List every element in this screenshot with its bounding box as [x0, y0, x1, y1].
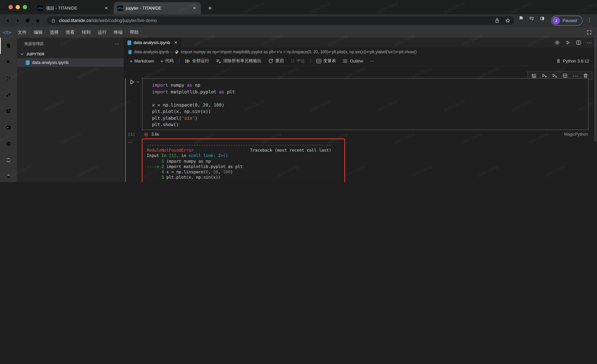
- run-below-icon[interactable]: [552, 73, 558, 78]
- home-icon[interactable]: [33, 16, 43, 26]
- kernel-picker[interactable]: Python 3.8.12: [556, 58, 589, 63]
- menu-选择[interactable]: 选择: [46, 30, 62, 35]
- close-tab-icon[interactable]: ✕: [103, 6, 109, 11]
- breadcrumb-file: data-analysis.ipynb: [134, 50, 169, 54]
- output-collapse-icon[interactable]: ⋯: [128, 140, 133, 145]
- kernel-server-icon: [556, 59, 561, 63]
- cell-focus-indicator: [125, 78, 126, 182]
- traceback: ----------------------------------------…: [147, 142, 340, 182]
- interrupt-button[interactable]: 中止: [288, 57, 307, 65]
- run-notebook-icon[interactable]: [565, 40, 571, 46]
- run-above-icon[interactable]: [542, 73, 547, 78]
- explorer-icon[interactable]: [0, 38, 17, 54]
- editor-more-actions-icon[interactable]: ⋯: [586, 39, 592, 46]
- browser-menu-icon[interactable]: ⋮: [587, 17, 592, 23]
- close-editor-tab-icon[interactable]: ✕: [174, 40, 178, 45]
- browser-tab-title: jupyter - TITANIDE: [126, 6, 189, 11]
- titanide-favicon: <t>: [117, 5, 123, 11]
- media-playlist-icon[interactable]: [529, 16, 534, 21]
- menu-帮助[interactable]: 帮助: [126, 30, 142, 35]
- editor-tab-notebook[interactable]: data-analysis.ipynb ✕: [124, 38, 181, 47]
- cell-code-editor[interactable]: import numpy as npimport matplotlib.pypl…: [142, 78, 589, 130]
- side-panel-icon[interactable]: [539, 16, 545, 21]
- editor-scrollbar-thumb[interactable]: [594, 38, 597, 141]
- close-tab-icon[interactable]: ✕: [192, 6, 197, 11]
- execute-cells-icon[interactable]: [531, 73, 537, 78]
- search-icon[interactable]: [0, 54, 17, 70]
- sidebar-section-jupyter[interactable]: JUPYTER: [17, 50, 124, 58]
- editor-tabbar: data-analysis.ipynb ✕ ⋯: [124, 38, 597, 47]
- delete-cell-icon[interactable]: [583, 73, 589, 78]
- restart-button[interactable]: 重启: [265, 57, 286, 65]
- forward-icon[interactable]: [13, 16, 23, 26]
- code-line: plt.plot(x, np.sin(x)): [152, 108, 588, 115]
- zoom-window-button[interactable]: [23, 5, 27, 9]
- notebook-file-icon: [128, 50, 132, 54]
- fullscreen-icon[interactable]: [586, 30, 592, 35]
- code-line: import matplotlib.pyplot as plt: [152, 89, 588, 95]
- toolbar-more-button[interactable]: ⋯: [367, 57, 377, 65]
- back-icon[interactable]: [3, 16, 13, 26]
- new-tab-button[interactable]: +: [205, 4, 215, 13]
- layers-stack-icon[interactable]: [0, 168, 17, 182]
- cell-language-mode[interactable]: MagicPython: [564, 132, 588, 136]
- menu-文件[interactable]: 文件: [14, 30, 30, 35]
- split-editor-icon[interactable]: [576, 40, 581, 46]
- code-line: 5 plt.plot(x, np.sin(x)): [147, 175, 340, 180]
- execution-count: [1]: [128, 132, 135, 137]
- browser-profile-button[interactable]: J Paused: [551, 16, 582, 26]
- variables-button[interactable]: 变量表: [314, 57, 338, 65]
- remote-branch-icon[interactable]: [0, 136, 17, 152]
- address-bar[interactable]: cloud.titanide.cn/ide/web/coding/jupyter…: [47, 16, 514, 25]
- add-markdown-button[interactable]: +Markdown: [127, 57, 157, 65]
- menu-查看[interactable]: 查看: [62, 30, 78, 35]
- menu-编辑[interactable]: 编辑: [30, 30, 46, 35]
- browser-tab-title: 项目 - TITANIDE: [46, 5, 101, 11]
- run-cell-dropdown-icon[interactable]: [136, 80, 140, 84]
- notebook-settings-gear-icon[interactable]: [554, 40, 560, 46]
- outline-button[interactable]: Outline: [340, 57, 366, 65]
- sidebar-more-icon[interactable]: ⋯: [115, 41, 119, 46]
- notebook-toolbar: +Markdown +代码 全部运行 清除所有单元格输出 重启 中止 变量表 O…: [124, 56, 597, 66]
- browser-toolbar: cloud.titanide.cn/ide/web/coding/jupyter…: [0, 14, 597, 27]
- url-path: /ide/web/coding/jupyter/live-demo: [91, 18, 157, 23]
- menu-终端[interactable]: 终端: [110, 30, 126, 35]
- extensions-puzzle-icon[interactable]: [518, 16, 524, 21]
- notebook-body: ⋯ import numpy as npimport matplotlib.py…: [124, 66, 597, 182]
- split-cell-icon[interactable]: [562, 73, 568, 78]
- share-icon[interactable]: [494, 18, 500, 23]
- run-all-button[interactable]: 全部运行: [182, 57, 212, 65]
- preview-window-icon[interactable]: [0, 119, 17, 136]
- file-item-notebook[interactable]: data-analysis.ipynb: [17, 58, 124, 67]
- add-code-button[interactable]: +代码: [158, 57, 176, 65]
- cell-status-row: [1] 3.6s MagicPython: [124, 132, 597, 139]
- extensions-icon[interactable]: [0, 103, 17, 119]
- reload-icon[interactable]: [23, 16, 33, 26]
- breadcrumb[interactable]: data-analysis.ipynb › import numpy as np…: [124, 47, 597, 56]
- code-line: ModuleNotFoundError Traceback (most rece…: [147, 148, 340, 153]
- browser-tab-jupyter[interactable]: <t> jupyter - TITANIDE ✕: [114, 2, 201, 14]
- lock-icon: [50, 18, 56, 23]
- database-icon[interactable]: [0, 152, 17, 168]
- run-cell-icon[interactable]: [129, 79, 135, 85]
- close-window-button[interactable]: [8, 5, 13, 9]
- cell-error-icon: [144, 132, 149, 137]
- minimize-window-button[interactable]: [16, 5, 20, 9]
- browser-tab-project[interactable]: <t> 项目 - TITANIDE ✕: [34, 2, 113, 14]
- ide-logo: <t>: [0, 30, 14, 35]
- window-controls[interactable]: [8, 5, 27, 9]
- code-line: ----------------------------------------…: [147, 142, 340, 148]
- menu-运行[interactable]: 运行: [94, 30, 110, 35]
- source-control-icon[interactable]: [0, 70, 17, 87]
- screen: <t> 项目 - TITANIDE ✕ <t> jupyter - TITANI…: [0, 0, 597, 182]
- code-line: plt.ylabel('sin'): [152, 115, 588, 121]
- browser-tabstrip: <t> 项目 - TITANIDE ✕ <t> jupyter - TITANI…: [0, 0, 597, 14]
- menu-转到[interactable]: 转到: [78, 30, 94, 35]
- run-debug-icon[interactable]: [0, 87, 17, 103]
- bookmark-star-icon[interactable]: [505, 18, 511, 23]
- titanide-favicon: <t>: [37, 5, 43, 11]
- code-line: x = np.linspace(0, 20, 100): [152, 102, 588, 108]
- code-line: [152, 95, 588, 102]
- clear-outputs-button[interactable]: 清除所有单元格输出: [213, 57, 264, 65]
- code-line: Input In [1], in <cell line: 2>(): [147, 153, 340, 159]
